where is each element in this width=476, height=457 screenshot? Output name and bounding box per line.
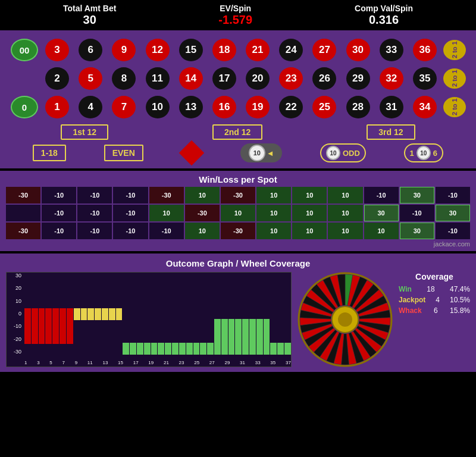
odd-chip2: 10 <box>326 146 340 160</box>
bar-15 <box>130 343 136 355</box>
cell-26[interactable]: 26 <box>308 65 340 92</box>
high-bet[interactable]: 1 10 6 <box>404 143 443 162</box>
y-label-n10: -10 <box>14 323 21 329</box>
wl-r3-c12: 30 <box>400 223 434 239</box>
bar-5 <box>60 308 66 344</box>
cell-27[interactable]: 27 <box>308 36 340 64</box>
cell-0[interactable]: 0 <box>9 93 40 121</box>
cell-4[interactable]: 4 <box>74 93 107 121</box>
low-bet[interactable]: 1-18 <box>33 145 66 161</box>
cell-31[interactable]: 31 <box>375 93 408 121</box>
y-label-n20: -20 <box>14 336 21 342</box>
cell-24[interactable]: 24 <box>275 36 307 64</box>
wl-r1-c5: -30 <box>149 187 184 204</box>
odd-chip-area[interactable]: 10 ◄ <box>240 143 282 162</box>
cell-3[interactable]: 3 <box>41 36 73 64</box>
cell-22[interactable]: 22 <box>275 93 307 121</box>
y-label-20: 20 <box>15 285 21 291</box>
side-label-top: 2 to 1 <box>443 40 466 60</box>
wl-r1-c2: -10 <box>42 187 76 204</box>
jackpot-label: Jackpot <box>399 296 425 304</box>
winloss-title: Win/Loss per Spot <box>6 174 470 184</box>
cell-29[interactable]: 29 <box>342 65 374 92</box>
odd-bet[interactable]: 10 ODD <box>320 143 366 162</box>
number-00[interactable]: 00 <box>11 39 38 61</box>
roulette-grid: 00 3 6 9 12 15 18 21 24 27 30 33 36 2 to… <box>9 36 467 121</box>
cell-33[interactable]: 33 <box>375 36 408 64</box>
even-bet[interactable]: EVEN <box>104 145 143 161</box>
wl-r2-c2: -10 <box>42 205 76 221</box>
wl-r3-c6: 10 <box>185 223 220 239</box>
cell-8[interactable]: 8 <box>108 65 140 92</box>
number-0[interactable]: 0 <box>11 96 38 118</box>
cell-34[interactable]: 34 <box>409 93 441 121</box>
cell-10[interactable]: 10 <box>142 93 174 121</box>
graph-content: 30 20 10 0 -10 -20 -30 13579 1113151719 … <box>6 272 470 367</box>
side-2to1-top[interactable]: 2 to 1 <box>442 36 467 64</box>
wl-r1-c3: -10 <box>77 187 112 204</box>
cell-1[interactable]: 1 <box>41 93 73 121</box>
cell-5[interactable]: 5 <box>74 65 107 92</box>
cell-15[interactable]: 15 <box>175 36 207 64</box>
bar-9 <box>87 308 94 320</box>
cell-20[interactable]: 20 <box>242 65 274 92</box>
high-chip: 10 <box>416 146 431 160</box>
svg-point-2 <box>338 312 352 327</box>
cell-6[interactable]: 6 <box>74 36 107 64</box>
cell-36[interactable]: 36 <box>409 36 441 64</box>
cell-12[interactable]: 12 <box>142 36 174 64</box>
wl-r2-c8: 10 <box>256 205 291 221</box>
wl-r3-c1: -30 <box>6 223 40 239</box>
winloss-grid: -30 -10 -10 -10 -30 10 -30 10 10 10 -10 … <box>6 187 470 239</box>
cell-32[interactable]: 32 <box>375 65 408 92</box>
coverage-win-row: Win 18 47.4% <box>399 285 470 293</box>
y-label-30: 30 <box>15 273 21 278</box>
wl-r1-c1: -30 <box>6 187 40 204</box>
cell-18[interactable]: 18 <box>208 36 240 64</box>
twelve-row: 1st 12 2nd 12 3rd 12 <box>9 124 467 140</box>
win-label: Win <box>399 285 412 293</box>
bar-4 <box>52 308 59 344</box>
bar-19 <box>158 343 164 355</box>
wl-r3-c10: 10 <box>328 223 362 239</box>
wl-r1-c9: 10 <box>292 187 327 204</box>
bar-3 <box>45 308 52 344</box>
bar-22 <box>179 343 186 355</box>
comp-val-label: Comp Val/Spin <box>355 4 413 13</box>
cell-16[interactable]: 16 <box>208 93 240 121</box>
cell-11[interactable]: 11 <box>142 65 174 92</box>
bar-16 <box>137 343 143 355</box>
cell-35[interactable]: 35 <box>409 65 441 92</box>
cell-17[interactable]: 17 <box>208 65 240 92</box>
wl-r2-c13: 30 <box>436 205 470 221</box>
cell-2[interactable]: 2 <box>41 65 73 92</box>
cell-25[interactable]: 25 <box>308 93 340 121</box>
cell-23[interactable]: 23 <box>275 65 307 92</box>
bar-chart: 30 20 10 0 -10 -20 -30 13579 1113151719 … <box>6 272 292 367</box>
cell-14[interactable]: 14 <box>175 65 207 92</box>
cell-7[interactable]: 7 <box>108 93 140 121</box>
bar-2 <box>39 308 45 344</box>
cell-28[interactable]: 28 <box>342 93 374 121</box>
cell-9[interactable]: 9 <box>108 36 140 64</box>
cell-19[interactable]: 19 <box>242 93 274 121</box>
bar-7 <box>74 308 80 320</box>
bar-11 <box>102 308 108 320</box>
cell-21[interactable]: 21 <box>242 36 274 64</box>
high-label: 1 <box>410 149 414 158</box>
bar-12 <box>109 308 115 320</box>
red-diamond[interactable] <box>179 140 204 165</box>
side-2to1-bot[interactable]: 2 to 1 <box>442 93 467 121</box>
wl-r3-c5: -10 <box>149 223 184 239</box>
first-twelve[interactable]: 1st 12 <box>61 124 108 140</box>
cell-00[interactable]: 00 <box>9 36 40 64</box>
cell-30[interactable]: 30 <box>342 36 374 64</box>
bar-0 <box>24 308 31 344</box>
cell-13[interactable]: 13 <box>175 93 207 121</box>
bar-23 <box>186 343 193 355</box>
bar-30 <box>235 319 242 355</box>
side-2to1-mid[interactable]: 2 to 1 <box>442 65 467 92</box>
third-twelve[interactable]: 3rd 12 <box>367 124 415 140</box>
wl-r2-c12: -10 <box>400 205 434 221</box>
second-twelve[interactable]: 2nd 12 <box>212 124 262 140</box>
